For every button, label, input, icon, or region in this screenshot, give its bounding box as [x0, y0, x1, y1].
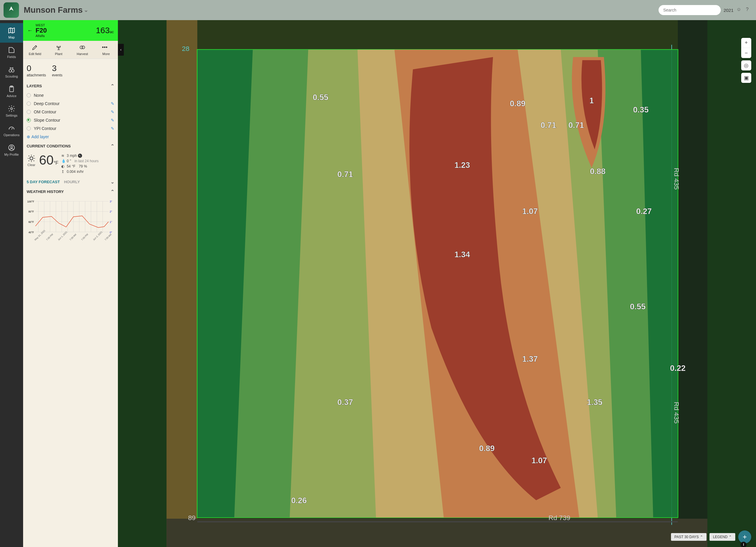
svg-point-0 [9, 70, 12, 72]
svg-text:7:00 PM: 7:00 PM [81, 233, 89, 241]
more-action[interactable]: ••• More [94, 41, 118, 59]
sun-icon [27, 154, 36, 163]
evap-icon: ↥ [61, 170, 65, 174]
svg-point-1 [12, 70, 14, 72]
svg-text:60°F: 60°F [28, 221, 34, 224]
temperature: 60°F [39, 154, 58, 167]
et-row: ↥0.004 in/hr [61, 170, 99, 174]
collapse-panel-button[interactable]: ‹ [118, 44, 124, 56]
pencil-icon[interactable]: ✎ [111, 118, 114, 123]
svg-text:Jun 1, 2021: Jun 1, 2021 [57, 231, 68, 241]
svg-text:0.71: 0.71 [337, 170, 353, 179]
svg-text:7:00 PM: 7:00 PM [46, 233, 54, 241]
layer-slope-contour[interactable]: Slope Contour✎ [27, 116, 114, 124]
attachments-stat[interactable]: 0 attachments [27, 64, 46, 77]
svg-point-7 [82, 46, 85, 49]
svg-point-8 [30, 157, 33, 160]
tab-5day[interactable]: 5 DAY FORECAST [27, 180, 60, 184]
plant-action[interactable]: Plant [47, 41, 71, 59]
layer-om-contour[interactable]: OM Contour✎ [27, 108, 114, 116]
svg-text:7:00 AM: 7:00 AM [69, 233, 77, 241]
weather-history-chart[interactable]: 100°F 80°F 60°F 40°F 3" 2" 1" 0" May 31,… [27, 198, 114, 248]
nav-advice[interactable]: Advice [0, 82, 23, 101]
history-header[interactable]: WEATHER HISTORY ⌃ [27, 187, 114, 197]
map-canvas[interactable]: 0.550.8910.350.710.711.230.880.711.070.2… [118, 20, 378, 274]
back-button[interactable]: ← [27, 28, 33, 34]
svg-text:28: 28 [182, 45, 189, 52]
layer-deep-contour[interactable]: Deep Contour✎ [27, 100, 114, 108]
nav-map[interactable]: Map [0, 23, 23, 43]
nav-scouting[interactable]: Scouting [0, 62, 23, 82]
pencil-icon[interactable]: ✎ [111, 101, 114, 106]
svg-text:80°F: 80°F [28, 210, 34, 213]
svg-text:7:00 AM: 7:00 AM [104, 233, 112, 241]
action-row: Edit field Plant Harvest ••• More [23, 41, 118, 59]
forecast-tabs: 5 DAY FORECAST HOURLY ⌄ [27, 177, 114, 187]
rain-icon: 💧 [61, 159, 65, 163]
field-crop: Alfalfa [36, 34, 47, 38]
svg-point-5 [11, 146, 13, 148]
nav-profile[interactable]: My Profile [0, 140, 23, 160]
add-layer-button[interactable]: ⊕Add layer [27, 133, 114, 141]
precip-row: 💧0 " in last 24 hours [61, 159, 99, 163]
chevron-up-icon: ⌃ [110, 143, 114, 149]
chevron-down-icon: ⌄ [84, 7, 88, 13]
nav-fields[interactable]: Fields [0, 43, 23, 62]
humidity-row: ◐54 °F 79 % [61, 164, 99, 169]
wind-row: ≋3 mph ↖ [61, 154, 99, 158]
svg-text:3": 3" [110, 200, 112, 203]
left-nav: Map Fields Scouting Advice Settings Oper… [0, 20, 23, 274]
wind-direction-icon: ↖ [78, 154, 82, 158]
plus-circle-icon: ⊕ [27, 134, 30, 139]
layer-none[interactable]: None [27, 91, 114, 100]
svg-text:Jun 2, 2021: Jun 2, 2021 [92, 231, 103, 241]
svg-text:0.55: 0.55 [313, 93, 329, 102]
field-header: ← WEST F20 Alfalfa 163ac [23, 20, 118, 41]
chevron-up-icon: ⌃ [110, 189, 114, 195]
app-logo [4, 2, 19, 18]
more-icon: ••• [102, 44, 110, 51]
edit-field-action[interactable]: Edit field [23, 41, 47, 59]
farm-selector[interactable]: Munson Farms ⌄ [24, 5, 88, 15]
top-bar: Munson Farms ⌄ 2021 ☺ ? [0, 0, 378, 20]
svg-point-3 [11, 108, 13, 110]
harvest-action[interactable]: Harvest [71, 41, 94, 59]
field-side-panel: ← WEST F20 Alfalfa 163ac Edit field Plan… [23, 20, 118, 274]
current-conditions: Clear 60°F ≋3 mph ↖ 💧0 " in last 24 hour… [27, 151, 114, 177]
layers-header[interactable]: LAYERS ⌃ [27, 81, 114, 91]
nav-settings[interactable]: Settings [0, 101, 23, 121]
field-id: F20 [36, 27, 47, 34]
chevron-down-icon[interactable]: ⌄ [110, 179, 114, 185]
conditions-header[interactable]: CURRENT CONDITIONS ⌃ [27, 141, 114, 151]
layer-ypi-contour[interactable]: YPI Contour✎ [27, 124, 114, 133]
wind-icon: ≋ [61, 154, 65, 158]
pencil-icon[interactable]: ✎ [111, 110, 114, 114]
farm-name-label: Munson Farms [24, 5, 83, 15]
pencil-icon[interactable]: ✎ [111, 126, 114, 131]
chevron-up-icon: ⌃ [110, 83, 114, 89]
field-acres: 163ac [96, 26, 114, 35]
events-stat[interactable]: 3 events [52, 64, 62, 77]
svg-rect-41 [166, 20, 197, 274]
nav-operations[interactable]: Operations [0, 121, 23, 140]
svg-text:2": 2" [110, 210, 112, 213]
svg-text:100°F: 100°F [27, 200, 34, 203]
svg-text:40°F: 40°F [28, 231, 34, 234]
svg-text:May 31, 2021: May 31, 2021 [34, 229, 46, 241]
droplet-icon: ◐ [61, 164, 65, 169]
stats-row: 0 attachments 3 events [27, 62, 114, 81]
tab-hourly[interactable]: HOURLY [64, 180, 80, 184]
svg-text:1": 1" [110, 221, 112, 224]
